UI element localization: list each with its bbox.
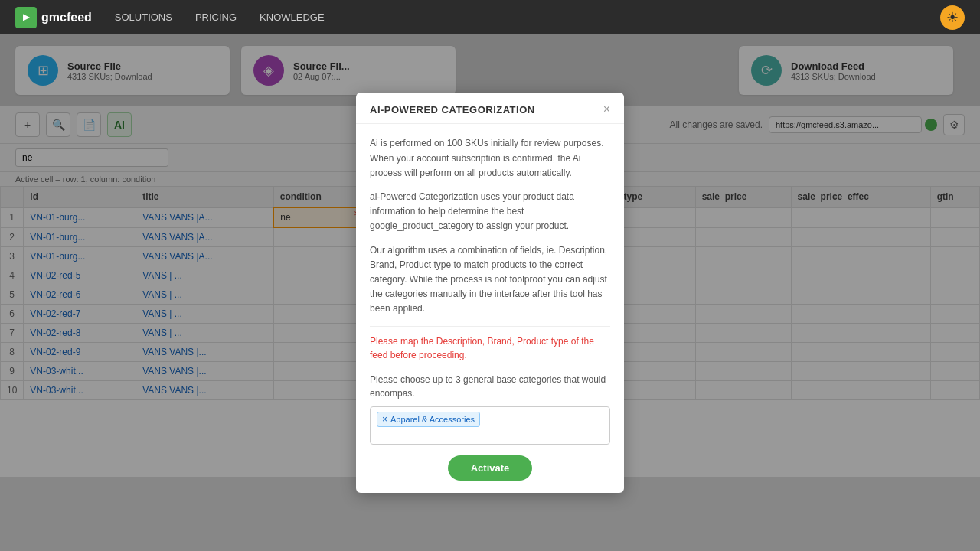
- tag-label: Apparel & Accessories: [390, 415, 475, 424]
- modal-para-2: ai-Powered Categorization uses your prod…: [370, 190, 610, 234]
- modal-warning: Please map the Description, Brand, Produ…: [370, 334, 610, 362]
- category-tag-input[interactable]: × Apparel & Accessories: [370, 406, 610, 445]
- modal-category-label: Please choose up to 3 general base categ…: [370, 373, 610, 400]
- modal-overlay[interactable]: AI-POWERED CATEGORIZATION × Ai is perfor…: [0, 34, 980, 551]
- navbar: ▶ gmcfeed SOLUTIONS PRICING KNOWLEDGE: [0, 0, 980, 34]
- main-content: ⊞ Source File 4313 SKUs; Download ◈ Sour…: [0, 34, 980, 551]
- theme-toggle-icon[interactable]: [940, 5, 965, 30]
- nav-solutions[interactable]: SOLUTIONS: [115, 11, 172, 23]
- nav-knowledge[interactable]: KNOWLEDGE: [260, 11, 325, 23]
- modal-para-3: Our algorithm uses a combination of fiel…: [370, 243, 610, 317]
- activate-button[interactable]: Activate: [448, 455, 533, 481]
- modal-para-1: Ai is performed on 100 SKUs initially fo…: [370, 136, 610, 181]
- nav-pricing[interactable]: PRICING: [195, 11, 237, 23]
- modal-header: AI-POWERED CATEGORIZATION ×: [356, 93, 624, 124]
- logo-text: gmcfeed: [41, 11, 92, 24]
- tag-x-icon[interactable]: ×: [382, 414, 387, 425]
- modal-divider: [370, 326, 610, 327]
- logo[interactable]: ▶ gmcfeed: [15, 7, 92, 28]
- ai-categorization-modal: AI-POWERED CATEGORIZATION × Ai is perfor…: [356, 93, 624, 492]
- modal-close-button[interactable]: ×: [603, 103, 610, 116]
- modal-title: AI-POWERED CATEGORIZATION: [370, 104, 535, 116]
- logo-icon: ▶: [15, 7, 37, 28]
- modal-body: Ai is performed on 100 SKUs initially fo…: [356, 124, 624, 492]
- category-tag[interactable]: × Apparel & Accessories: [377, 412, 480, 427]
